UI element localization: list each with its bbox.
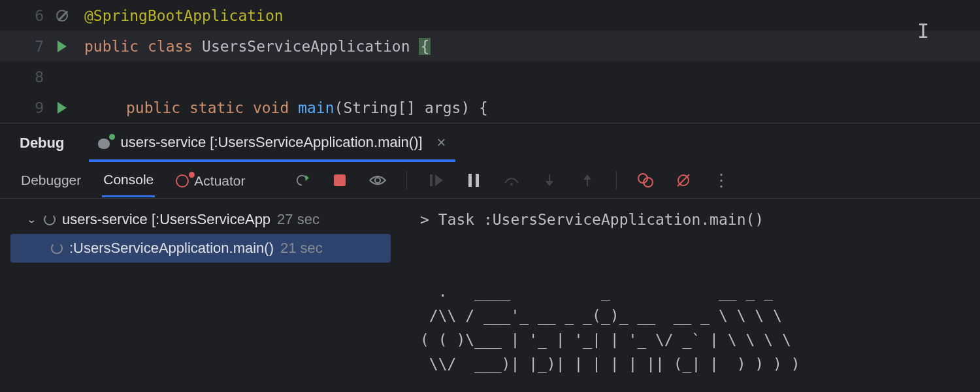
- code-line[interactable]: 9 public static void main(String[] args)…: [0, 92, 980, 123]
- console-banner-line: . ____ _ __ _ _: [420, 283, 773, 300]
- debug-content: ⌄ users-service [:UsersServiceApp 27 sec…: [0, 199, 980, 392]
- annotation: @SpringBootApplication: [84, 7, 284, 24]
- pause-icon: [468, 173, 480, 188]
- line-number[interactable]: 6: [0, 7, 49, 24]
- console-output[interactable]: > Task :UsersServiceApplication.main() .…: [402, 199, 980, 392]
- step-over-icon: [504, 174, 519, 187]
- mute-icon: [676, 172, 691, 188]
- spinner-icon: [51, 242, 63, 254]
- run-gutter-icon[interactable]: [49, 102, 75, 114]
- resume-icon: [429, 173, 443, 188]
- close-tab-button[interactable]: ×: [431, 133, 446, 152]
- tree-root-label: users-service [:UsersServiceApp: [62, 211, 270, 228]
- line-number[interactable]: 7: [0, 38, 49, 55]
- resume-button[interactable]: [427, 171, 445, 189]
- tree-root-time: 27 sec: [277, 211, 319, 228]
- console-banner-line: ( ( )\___ | '_ | '_| | '_ \/ _` | \ \ \ …: [420, 331, 791, 348]
- code-line[interactable]: 8: [0, 61, 980, 92]
- step-into-icon: [543, 173, 556, 188]
- step-out-button[interactable]: [578, 171, 596, 189]
- watch-button[interactable]: [368, 171, 387, 189]
- line-number[interactable]: 8: [0, 69, 49, 86]
- debug-session-label: users-service [:UsersServiceApplication.…: [120, 134, 422, 151]
- step-out-icon: [581, 173, 594, 188]
- collapse-icon[interactable]: ⌄: [26, 214, 37, 225]
- pause-button[interactable]: [465, 171, 483, 189]
- more-icon: ⋮: [713, 171, 730, 191]
- debug-toolwindow-header: Debug users-service [:UsersServiceApplic…: [0, 123, 980, 162]
- code-text: @SpringBootApplication: [75, 7, 284, 24]
- console-banner-line: /\\ / ___'_ __ _ _(_)_ __ __ _ \ \ \ \: [420, 307, 782, 324]
- matched-brace: {: [419, 38, 431, 55]
- actuator-tab[interactable]: Actuator: [174, 165, 246, 197]
- code-line-current[interactable]: 7 public class UsersServiceApplication {: [0, 31, 980, 61]
- svg-rect-2: [468, 174, 472, 187]
- tree-child-label: :UsersServiceApplication.main(): [69, 240, 274, 257]
- code-text: public class UsersServiceApplication {: [75, 38, 431, 55]
- code-line[interactable]: 6 @SpringBootApplication: [0, 0, 980, 31]
- suppress-icon[interactable]: [49, 10, 75, 22]
- debug-toolbar: Debugger Console Actuator ⋮: [0, 162, 980, 199]
- debugger-tab[interactable]: Debugger: [20, 165, 82, 196]
- console-banner-line: \\/ ___)| |_)| | | | | || (_| | ) ) ) ): [420, 355, 800, 372]
- code-editor[interactable]: 6 @SpringBootApplication 7 public class …: [0, 0, 980, 123]
- line-number[interactable]: 9: [0, 99, 49, 116]
- rerun-button[interactable]: [293, 171, 311, 189]
- tree-root[interactable]: ⌄ users-service [:UsersServiceApp 27 sec: [0, 205, 401, 234]
- eye-icon: [369, 174, 386, 187]
- svg-point-0: [375, 178, 380, 183]
- tree-child-time: 21 sec: [280, 240, 323, 257]
- console-tab[interactable]: Console: [102, 164, 155, 197]
- console-task-line: > Task :UsersServiceApplication.main(): [420, 211, 764, 228]
- svg-rect-3: [476, 174, 479, 187]
- breakpoints-icon: [638, 173, 653, 188]
- step-into-button[interactable]: [540, 171, 559, 189]
- mute-breakpoints-button[interactable]: [674, 171, 693, 189]
- stop-button[interactable]: [331, 171, 349, 189]
- debug-session-tab[interactable]: users-service [:UsersServiceApplication.…: [89, 124, 455, 162]
- view-breakpoints-button[interactable]: [636, 171, 655, 189]
- tree-child-selected[interactable]: :UsersServiceApplication.main() 21 sec: [10, 234, 391, 263]
- toolwindow-title[interactable]: Debug: [20, 135, 64, 152]
- spinner-icon: [44, 214, 56, 225]
- code-text: public static void main(String[] args) {: [75, 99, 488, 116]
- process-tree[interactable]: ⌄ users-service [:UsersServiceApp 27 sec…: [0, 199, 402, 392]
- rerun-icon: [295, 173, 309, 188]
- actuator-icon: [176, 174, 189, 188]
- svg-point-4: [510, 183, 513, 186]
- stop-icon: [334, 174, 346, 186]
- more-button[interactable]: ⋮: [712, 171, 730, 189]
- svg-rect-1: [430, 174, 433, 186]
- bug-icon: [95, 136, 112, 149]
- step-over-button[interactable]: [502, 171, 521, 189]
- run-gutter-icon[interactable]: [49, 41, 75, 52]
